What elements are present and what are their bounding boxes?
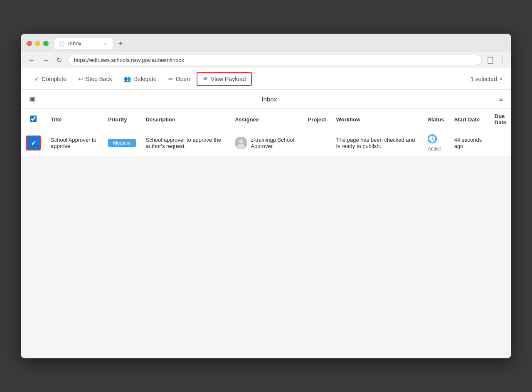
address-input[interactable] (68, 55, 482, 65)
header-workflow: Workflow (331, 109, 423, 130)
row-due-date (490, 130, 511, 156)
priority-badge: Medium (108, 139, 136, 147)
browser-window: 📄 Inbox × + ← → ↻ 📋 ⋮ ✓ Complete ↩ Step … (21, 34, 511, 358)
delegate-icon: 👥 (124, 76, 131, 82)
table-area: Title Priority Description Assignee Proj… (21, 109, 511, 358)
clock-icon (429, 135, 436, 143)
row-checkbox-cell: ✓ (21, 130, 46, 156)
assignee-cell: z-trainingp School Approver (235, 137, 298, 149)
step-back-button[interactable]: ↩ Step Back (73, 73, 117, 85)
title-bar: 📄 Inbox × + (21, 34, 511, 52)
header-project: Project (303, 109, 331, 130)
open-icon: ✏ (168, 76, 173, 82)
address-bar-icons: 📋 ⋮ (486, 56, 505, 64)
table-row[interactable]: ✓ School Approver to approve Medium Scho… (21, 130, 511, 156)
deselect-button[interactable]: × (500, 76, 503, 82)
selected-count-text: 1 selected (470, 76, 497, 82)
inbox-table: Title Priority Description Assignee Proj… (21, 109, 511, 156)
browser-tab[interactable]: 📄 Inbox × (54, 38, 113, 49)
step-back-label: Step Back (86, 76, 112, 82)
delegate-button[interactable]: 👥 Delegate (119, 73, 162, 85)
status-active-icon (428, 134, 437, 143)
row-description: School approver to approve the author's … (141, 130, 230, 156)
back-button[interactable]: ← (27, 56, 37, 65)
svg-line-5 (432, 139, 434, 140)
row-workflow: The page has been checked and is ready t… (331, 130, 423, 156)
assignee-name: z-trainingp School Approver (251, 137, 298, 149)
row-priority: Medium (103, 130, 141, 156)
title-bar-top: 📄 Inbox × + (27, 38, 505, 49)
row-assignee: z-trainingp School Approver (230, 130, 303, 156)
refresh-button[interactable]: ↻ (55, 55, 64, 65)
open-button[interactable]: ✏ Open (163, 73, 195, 85)
avatar-icon (235, 137, 247, 149)
minimize-traffic-light[interactable] (35, 41, 40, 46)
complete-icon: ✓ (34, 76, 39, 82)
status-label: Active (428, 146, 441, 152)
svg-point-1 (239, 139, 243, 143)
tab-bar: 📄 Inbox × + (54, 38, 126, 49)
header-checkbox-col (21, 109, 46, 130)
tab-close-button[interactable]: × (104, 41, 107, 46)
new-tab-button[interactable]: + (115, 38, 126, 49)
delegate-label: Delegate (133, 76, 157, 82)
complete-button[interactable]: ✓ Complete (29, 73, 71, 85)
page-header: ▣ Inbox ≡ (21, 90, 511, 109)
account-icon[interactable]: 📋 (486, 56, 495, 64)
maximize-traffic-light[interactable] (43, 41, 49, 46)
view-payload-label: View Payload (211, 76, 246, 82)
header-start-date: Start Date (449, 109, 490, 130)
address-bar: ← → ↻ 📋 ⋮ (21, 52, 511, 68)
row-checkmark-icon: ✓ (31, 139, 36, 147)
table-header-row: Title Priority Description Assignee Proj… (21, 109, 511, 130)
row-project (303, 130, 331, 156)
sidebar-toggle-icon[interactable]: ▣ (29, 95, 35, 103)
forward-button[interactable]: → (41, 56, 51, 65)
header-priority: Priority (103, 109, 141, 130)
row-title: School Approver to approve (46, 130, 103, 156)
header-status: Status (423, 109, 449, 130)
view-payload-icon: 👁 (202, 76, 208, 82)
avatar (235, 137, 247, 149)
step-back-icon: ↩ (78, 76, 83, 82)
header-description: Description (141, 109, 230, 130)
tab-title: Inbox (68, 40, 81, 47)
header-due-date: DueDate (490, 109, 511, 130)
row-status: Active (423, 130, 449, 156)
view-options-icon[interactable]: ≡ (499, 96, 503, 103)
status-cell: Active (428, 134, 444, 152)
selected-count-area: 1 selected × (470, 76, 503, 82)
traffic-lights (27, 41, 49, 46)
open-label: Open (176, 76, 190, 82)
page-title: Inbox (39, 96, 499, 103)
more-options-icon[interactable]: ⋮ (499, 56, 505, 64)
toolbar: ✓ Complete ↩ Step Back 👥 Delegate ✏ Open… (21, 68, 511, 90)
svg-point-2 (237, 144, 245, 149)
close-traffic-light[interactable] (27, 41, 32, 46)
tab-page-icon: 📄 (59, 41, 65, 47)
view-payload-button[interactable]: 👁 View Payload (197, 72, 252, 86)
select-all-checkbox[interactable] (30, 116, 37, 122)
row-start-date: 44 seconds ago (449, 130, 490, 156)
header-assignee: Assignee (230, 109, 303, 130)
header-title: Title (46, 109, 103, 130)
row-selected-indicator[interactable]: ✓ (26, 136, 41, 150)
complete-label: Complete (42, 76, 66, 82)
